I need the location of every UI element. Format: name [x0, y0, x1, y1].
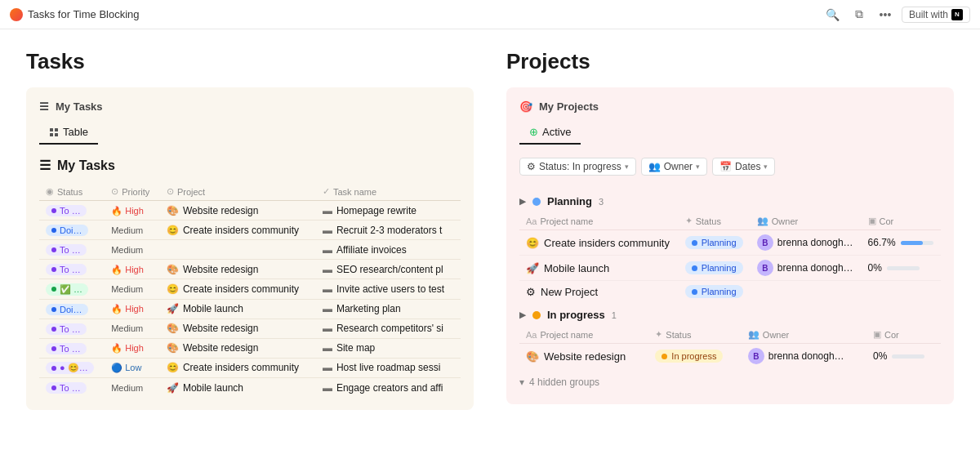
hidden-groups-row[interactable]: ▾ 4 hidden groups: [519, 368, 941, 391]
col-proj-comp: ▣Cor: [866, 326, 941, 344]
proj-owner-cell: Bbrenna donogh…: [742, 344, 866, 369]
filter-owner-btn[interactable]: 👥 Owner ▾: [641, 158, 707, 176]
comp-cell: 66.7%: [868, 237, 934, 248]
filter-dates-chevron: ▾: [764, 163, 768, 171]
tab-table[interactable]: Table: [39, 123, 98, 145]
task-text: Recruit 2-3 moderators t: [336, 225, 442, 236]
col-proj-status: ✦Status: [648, 326, 741, 344]
task-text: Site map: [336, 342, 375, 354]
main-content: Tasks ☰ My Tasks Table ☰: [0, 29, 980, 450]
col-priority-label: Priority: [122, 187, 149, 197]
task-icon: ▬: [323, 382, 332, 394]
project-emoji: 😊: [167, 283, 179, 295]
task-status-cell: Doi…: [39, 299, 105, 319]
priority-badge: 🔥 High: [111, 265, 144, 275]
owner-cell: Bbrenna donogh…: [757, 260, 855, 276]
task-project-cell: 🎨Website redesign: [160, 260, 316, 279]
project-name: Create insiders community: [183, 362, 299, 373]
filter-status-btn[interactable]: ⚙ Status: In progress ▾: [519, 158, 636, 176]
tab-active[interactable]: ⊕ Active: [519, 123, 581, 145]
tasks-table-scroll[interactable]: ◉ Status ⊙ Priority: [39, 183, 461, 397]
owner-name: brenna donogh…: [768, 350, 844, 362]
task-project-cell: 😊Create insiders community: [160, 358, 316, 378]
proj-emoji: 🎨: [526, 350, 539, 363]
pill-dot: [692, 240, 697, 246]
proj-name-cell: 🚀Mobile launch: [519, 256, 679, 281]
task-priority-cell: Medium: [105, 378, 160, 398]
task-name-cell: ▬Marketing plan: [316, 299, 461, 319]
task-icon: ▬: [323, 205, 332, 216]
group-name: In progress: [547, 309, 605, 321]
group-chevron-icon: ▶: [519, 197, 526, 206]
project-name: Mobile launch: [183, 382, 243, 394]
proj-name-col-icon: Aa: [526, 216, 537, 226]
project-cell: 🎨Website redesign: [167, 342, 310, 354]
col-proj-name: AaProject name: [519, 326, 648, 344]
task-project-cell: [160, 240, 316, 260]
my-tasks-section-icon: ☰: [39, 158, 51, 173]
projects-card-title: My Projects: [539, 100, 599, 113]
svg-rect-3: [55, 133, 58, 136]
comp-value: 66.7%: [868, 237, 896, 248]
task-priority-cell: 🔥 High: [105, 260, 160, 279]
projects-group-table: AaProject name ✦Status 👥Owner ▣Cor 😊Crea…: [519, 212, 941, 302]
my-tasks-section-title: My Tasks: [57, 158, 115, 173]
task-status-cell: ✅ …: [39, 279, 105, 300]
project-cell: 🎨Website redesign: [167, 323, 310, 334]
more-button[interactable]: •••: [875, 5, 895, 25]
proj-name-col-label: Project name: [540, 216, 593, 226]
col-project: ⊙ Project: [160, 183, 316, 201]
task-status-cell: ● 😊…: [39, 358, 105, 378]
task-name-cell: ▬Research competitors' si: [316, 319, 461, 338]
group-header[interactable]: ▶ In progress 1: [519, 302, 941, 326]
priority-badge: 🔥 High: [111, 304, 144, 314]
status-badge: To …: [46, 205, 87, 216]
proj-status-cell: Planning: [679, 281, 751, 303]
tasks-card-title: My Tasks: [56, 100, 103, 113]
project-cell: 🚀Mobile launch: [167, 382, 310, 394]
filter-owner-icon: 👥: [648, 161, 661, 172]
status-col-icon: ◉: [46, 186, 54, 197]
priority-badge: 🔥 High: [111, 343, 144, 354]
proj-comp-cell: 66.7%: [862, 230, 941, 256]
list-item: 🎨Website redesignIn progressBbrenna dono…: [519, 344, 941, 369]
proj-name-text: Create insiders community: [544, 237, 670, 249]
task-text: SEO research/content pl: [336, 264, 443, 275]
project-emoji: 🎨: [167, 323, 179, 334]
col-project-label: Project: [177, 187, 205, 197]
project-emoji: 😊: [167, 225, 179, 236]
task-status-cell: To …: [39, 378, 105, 398]
proj-emoji: 😊: [526, 237, 539, 249]
task-text: Research competitors' si: [336, 323, 443, 334]
task-status-cell: To …: [39, 319, 105, 338]
group-header[interactable]: ▶ Planning 3: [519, 189, 941, 212]
comp-cell: 0%: [868, 262, 934, 274]
proj-owner-cell: Bbrenna donogh…: [751, 256, 862, 281]
svg-rect-0: [50, 128, 53, 131]
tasks-tab-row: Table: [39, 123, 461, 145]
group-chevron-icon: ▶: [519, 310, 526, 319]
proj-comp-cell: 0%: [862, 256, 941, 281]
duplicate-button[interactable]: ⧉: [849, 5, 869, 25]
task-text: Host live roadmap sessi: [336, 362, 440, 373]
project-cell: 😊Create insiders community: [167, 225, 310, 236]
proj-comp-col-icon: ▣: [868, 216, 876, 226]
col-task: ✓ Task name: [316, 183, 461, 201]
topbar-actions: 🔍 ⧉ ••• Built with N: [823, 5, 970, 25]
task-name: ▬Homepage rewrite: [323, 205, 453, 216]
task-col-icon: ✓: [323, 186, 330, 197]
status-badge: To …: [46, 343, 87, 354]
proj-name: ⚙New Project: [526, 286, 672, 298]
priority-badge: Medium: [111, 284, 143, 294]
table-row: To …Medium▬Affiliate invoices: [39, 240, 461, 260]
projects-groups: ▶ Planning 3 AaProject name ✦Status 👥Own…: [519, 189, 941, 368]
search-button[interactable]: 🔍: [823, 5, 843, 25]
left-panel: Tasks ☰ My Tasks Table ☰: [26, 49, 474, 430]
table-row: ✅ …Medium😊Create insiders community▬Invi…: [39, 279, 461, 300]
table-row: Doi…🔥 High🚀Mobile launch▬Marketing plan: [39, 299, 461, 319]
status-badge: ● 😊…: [46, 362, 94, 374]
filter-dates-btn[interactable]: 📅 Dates ▾: [712, 158, 775, 176]
right-panel-title: Projects: [506, 49, 954, 74]
projects-card-header: 🎯 My Projects: [519, 100, 941, 113]
task-text: Affiliate invoices: [336, 244, 407, 256]
